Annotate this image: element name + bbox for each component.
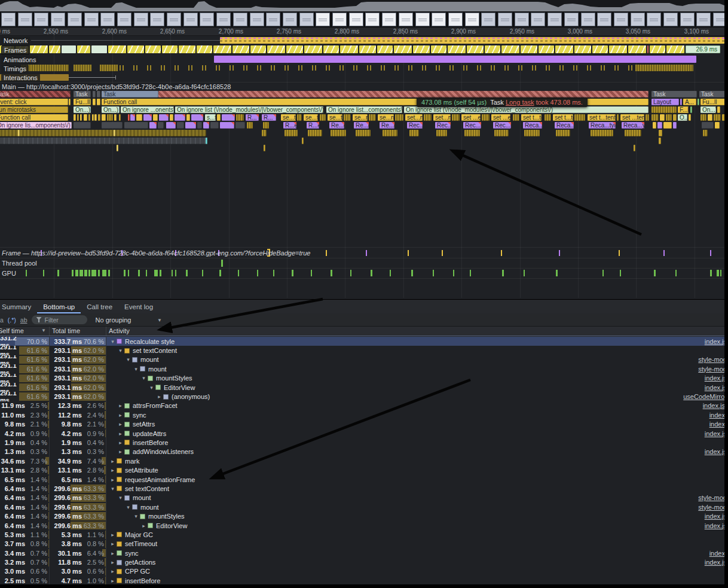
flame-bar[interactable]: se...t bbox=[328, 114, 342, 121]
flame-bar[interactable] bbox=[297, 114, 302, 121]
screenshot-thumbnail[interactable] bbox=[266, 13, 280, 26]
collapse-icon[interactable]: ▾ bbox=[132, 513, 140, 519]
animations-bar[interactable] bbox=[214, 56, 696, 63]
flame-bar[interactable] bbox=[395, 114, 403, 121]
flame-bar[interactable] bbox=[673, 114, 677, 121]
table-row[interactable]: 13.1 ms2.8 %13.1 ms2.8 %▸setAttribute bbox=[0, 465, 728, 474]
flame-bar[interactable] bbox=[545, 114, 551, 121]
table-row[interactable]: 6.5 ms1.4 %6.5 ms1.4 %▸requestAnimationF… bbox=[0, 475, 728, 484]
frame-block[interactable] bbox=[162, 45, 178, 53]
activity-name[interactable]: sync bbox=[133, 412, 146, 419]
flame-bar[interactable]: set...nt bbox=[433, 114, 451, 121]
table-row[interactable]: 291.1 ms61.6 %293.1 ms62.0 %▾set textCon… bbox=[0, 346, 728, 355]
flame-bar[interactable] bbox=[264, 145, 265, 151]
flame-bar[interactable] bbox=[660, 114, 665, 121]
flame-bar[interactable]: Task bbox=[651, 91, 697, 98]
screenshot-thumbnail[interactable] bbox=[167, 13, 181, 26]
flame-bar[interactable] bbox=[114, 114, 117, 121]
frame-block[interactable] bbox=[267, 45, 285, 53]
flame-bar[interactable]: Reca...tyle bbox=[589, 122, 616, 129]
flame-bar[interactable] bbox=[77, 114, 79, 121]
flame-bar[interactable] bbox=[18, 130, 20, 136]
column-header-total-time[interactable]: Total time bbox=[50, 327, 106, 336]
activity-name[interactable]: setTimeout bbox=[125, 540, 157, 547]
flame-bar[interactable] bbox=[93, 99, 96, 105]
flame-bar[interactable] bbox=[673, 122, 677, 129]
flame-bar[interactable]: Rec...yle bbox=[463, 122, 481, 129]
screenshot-thumbnail[interactable] bbox=[332, 13, 347, 26]
flame-bar[interactable]: Layout bbox=[651, 99, 679, 105]
flame-bar[interactable]: Function call bbox=[0, 114, 68, 121]
screenshot-thumbnail[interactable] bbox=[283, 13, 297, 26]
screenshot-thumbnail[interactable] bbox=[18, 13, 32, 26]
frame-block[interactable] bbox=[233, 45, 249, 53]
flame-bar[interactable] bbox=[128, 114, 130, 121]
screenshot-thumbnail[interactable] bbox=[597, 13, 611, 26]
flame-bar[interactable]: On ignore list...components\/) bbox=[326, 106, 402, 113]
flame-bar[interactable]: A... bbox=[683, 99, 696, 105]
source-link[interactable]: style-mod bbox=[698, 494, 727, 501]
source-link[interactable]: style-mod bbox=[698, 356, 727, 363]
main-thread-track-label[interactable]: Main — http://localhost:3000/projects/bd… bbox=[2, 83, 231, 90]
network-activity-bar[interactable] bbox=[220, 37, 724, 44]
tab-summary[interactable]: Summary bbox=[0, 301, 37, 313]
screenshot-thumbnail[interactable] bbox=[481, 13, 495, 26]
source-link[interactable]: style-mod bbox=[698, 504, 727, 511]
screenshot-thumbnail[interactable] bbox=[200, 13, 214, 26]
flame-bar[interactable] bbox=[98, 114, 100, 121]
flame-bar[interactable] bbox=[657, 122, 662, 129]
flame-bar[interactable] bbox=[222, 114, 235, 121]
flame-bar[interactable]: Rec...le bbox=[407, 122, 423, 129]
flame-bar[interactable] bbox=[714, 114, 721, 121]
flame-bar[interactable] bbox=[235, 122, 245, 129]
screenshot-filmstrip[interactable] bbox=[0, 11, 728, 28]
column-header-activity[interactable]: Activity bbox=[106, 327, 728, 336]
flame-bar[interactable] bbox=[702, 122, 714, 129]
activity-name[interactable]: EditorView bbox=[164, 384, 195, 391]
track-label-interactions[interactable]: Interactions bbox=[1, 74, 40, 82]
filter-input[interactable]: Filter bbox=[32, 315, 87, 324]
activity-name[interactable]: insertBefore bbox=[125, 577, 160, 584]
flame-bar[interactable] bbox=[153, 114, 158, 121]
flame-bar[interactable] bbox=[130, 114, 135, 121]
grouping-dropdown[interactable]: No grouping bbox=[96, 316, 131, 324]
expand-icon[interactable]: ▸ bbox=[109, 458, 117, 464]
screenshot-thumbnail[interactable] bbox=[382, 13, 396, 26]
track-label-animations[interactable]: Animations bbox=[1, 56, 38, 64]
table-row[interactable]: 11.9 ms2.5 %12.3 ms2.6 %▸attrsFromFaceti… bbox=[0, 401, 728, 410]
flame-bar[interactable] bbox=[659, 138, 661, 144]
flame-bar[interactable] bbox=[331, 130, 346, 136]
long-task-link[interactable]: Long task bbox=[506, 99, 534, 106]
flame-bar[interactable]: set t...tent bbox=[521, 114, 542, 121]
screenshot-thumbnail[interactable] bbox=[84, 13, 99, 26]
flame-bar[interactable] bbox=[88, 114, 90, 121]
flame-bar[interactable] bbox=[0, 130, 206, 136]
flame-bar[interactable] bbox=[206, 138, 207, 144]
source-link[interactable]: index.js bbox=[705, 384, 727, 391]
flame-bar[interactable] bbox=[143, 114, 152, 121]
expand-icon[interactable]: ▸ bbox=[109, 568, 117, 574]
flame-bar[interactable]: R... bbox=[262, 114, 276, 121]
flame-bar[interactable]: Rec...le bbox=[435, 122, 451, 129]
collapse-icon[interactable]: ▾ bbox=[132, 366, 140, 372]
table-row[interactable]: 3.7 ms0.8 %3.8 ms0.8 %▸setTimeout bbox=[0, 540, 728, 549]
screenshot-thumbnail[interactable] bbox=[399, 13, 413, 26]
frame-block[interactable] bbox=[250, 45, 266, 53]
screenshot-thumbnail[interactable] bbox=[432, 13, 446, 26]
frame-block[interactable] bbox=[647, 45, 649, 53]
frame-block[interactable] bbox=[521, 45, 537, 53]
screenshot-thumbnail[interactable] bbox=[498, 13, 512, 26]
flame-bar[interactable] bbox=[482, 114, 490, 121]
frame-block[interactable] bbox=[213, 45, 231, 53]
flame-bar[interactable] bbox=[117, 145, 118, 151]
activity-name[interactable]: mount bbox=[148, 365, 167, 373]
flame-bar[interactable] bbox=[689, 114, 691, 121]
flame-bar[interactable] bbox=[149, 122, 157, 129]
table-row[interactable]: 3.4 ms0.7 %30.1 ms6.4 %▸syncindex. bbox=[0, 549, 728, 557]
screenshot-thumbnail[interactable] bbox=[216, 13, 231, 26]
expand-icon[interactable]: ▸ bbox=[117, 421, 124, 427]
screenshot-thumbnail[interactable] bbox=[415, 13, 430, 26]
flame-bar[interactable] bbox=[107, 114, 113, 121]
flame-bar[interactable] bbox=[356, 130, 371, 136]
expand-icon[interactable]: ▸ bbox=[109, 559, 117, 565]
